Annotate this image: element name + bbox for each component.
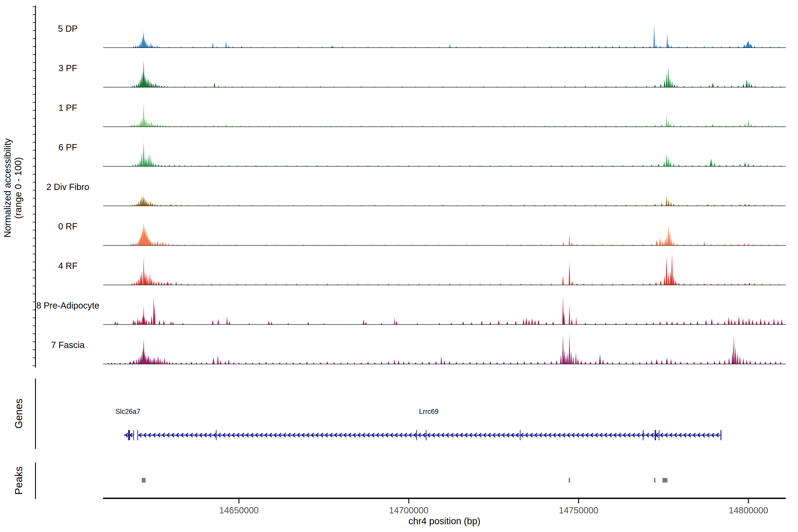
y-axis-tick [33,326,35,326]
track-baseline [103,87,786,87]
y-axis-tick [33,38,35,39]
track-label: 8 Pre-Adipocyte [36,301,99,310]
peaks-section-bracket [35,462,36,499]
track-baseline [103,245,786,246]
x-axis-tick [408,499,410,504]
gene-exon [416,430,417,440]
y-axis-tick [33,54,35,55]
y-axis-tick [33,46,35,47]
track-label: 4 RF [58,261,78,271]
x-axis-tick [578,499,579,504]
track-baseline [103,127,786,127]
x-axis-tick-label: 14750000 [559,506,598,515]
y-axis-tick [33,14,35,15]
gene-exon [520,430,520,440]
track-baseline [103,324,786,325]
coverage-track [103,253,786,285]
y-axis-tick [33,78,35,79]
track-label: 3 PF [58,63,77,73]
y-axis-line [35,5,36,367]
x-axis-tick-label: 14650000 [219,506,259,515]
y-axis-tick [33,150,35,151]
y-axis-tick [33,294,35,294]
coverage-track [103,103,786,127]
y-axis-tick [33,94,35,95]
y-axis-tick [33,134,35,135]
track-baseline [103,364,786,364]
y-axis-tick [33,270,35,270]
y-axis-tick [33,174,35,175]
gene-name-label: Lrrc69 [419,407,439,415]
track-baseline [103,166,786,167]
track-baseline [103,285,786,285]
coverage-track [103,25,786,48]
track-baseline [103,48,786,48]
peak-region [654,478,655,482]
track-label: 6 PF [58,142,77,152]
y-axis-tick [33,318,35,318]
y-axis-label-line2: (range 0 - 100) [13,157,23,219]
coverage-track [103,142,786,167]
y-axis-tick [33,166,35,167]
track-labels: 5 DP3 PF1 PF6 PF2 Div Fibro0 RF4 RF8 Pre… [36,24,99,350]
coverage-plot-figure: Normalized accessibility (range 0 - 100)… [0,0,798,532]
y-axis-tick [33,342,35,342]
y-axis-tick [33,198,35,198]
y-axis-tick [33,238,35,239]
genes-section-label: Genes [13,399,24,429]
y-axis-tick [33,158,35,159]
gene-exon [128,430,130,440]
gene-exon [720,430,721,440]
gene-exon [216,430,216,440]
gene-name-label: Slc26a7 [115,407,140,415]
y-axis-tick [33,182,35,183]
y-axis-tick [33,334,35,334]
track-label: 0 RF [58,222,78,231]
x-axis-tick-label: 14800000 [729,506,768,515]
track-label: 2 Div Fibro [46,182,89,192]
y-axis-tick [33,142,35,143]
y-axis-tick [33,278,35,279]
y-axis-tick [33,126,35,127]
gene-model: Lrrc69 [137,407,722,440]
genes-section-bracket [35,379,36,449]
y-axis-tick [33,102,35,103]
peak-region [663,478,667,482]
coverage-track [103,60,786,88]
gene-exon [655,430,656,440]
y-axis-tick [33,86,35,87]
y-axis-tick [33,6,35,7]
peaks-section-label: Peaks [13,467,24,495]
track-label: 7 Fascia [51,340,85,350]
y-axis-tick [33,230,35,230]
track-label: 5 DP [58,24,78,34]
x-axis-tick [748,499,749,504]
y-axis-tick [33,310,35,310]
coverage-track [103,195,786,206]
y-axis-tick [33,222,35,223]
coverage-track [103,222,786,246]
gene-exon [133,430,134,440]
y-axis-tick [33,62,35,63]
y-axis-tick [33,118,35,119]
y-axis-tick [33,22,35,23]
x-axis-title: chr4 position (bp) [408,516,480,526]
peaks-track [142,478,667,482]
x-axis: 14650000147000001475000014800000 [103,498,786,515]
y-axis-tick [33,302,35,302]
y-axis-tick [33,262,35,263]
gene-exon [426,430,426,440]
figure-canvas: Normalized accessibility (range 0 - 100)… [0,0,798,532]
y-axis-label-line1: Normalized accessibility [2,138,13,238]
coverage-track [103,334,786,364]
y-axis-tick [33,365,35,366]
y-axis-tick [33,246,35,247]
gene-exon [659,430,660,440]
coverage-track [103,296,786,325]
y-axis-tick [33,190,35,191]
y-axis-tick [33,349,35,350]
gene-exon [137,430,138,440]
y-axis-tick [33,31,35,31]
x-axis-tick-label: 14700000 [389,506,429,515]
track-baseline [103,206,786,206]
